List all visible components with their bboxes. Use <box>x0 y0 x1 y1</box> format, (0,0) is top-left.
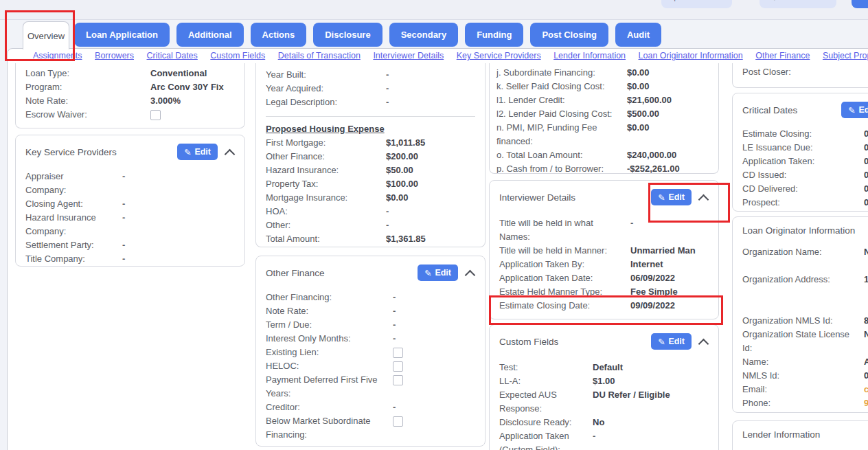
field-label: Other: <box>266 218 386 232</box>
field-row: Title will be held in what Names: - <box>499 216 709 244</box>
checkbox[interactable] <box>393 416 403 427</box>
section-link[interactable]: Critical Dates <box>147 51 198 60</box>
chevron-up-icon[interactable] <box>225 148 236 159</box>
checkbox[interactable] <box>393 361 403 372</box>
section-link[interactable]: Loan Originator Information <box>639 51 743 60</box>
field-label: Estate Held Manner Type: <box>499 285 630 299</box>
edit-button[interactable]: ✎ Edit <box>651 333 692 350</box>
tab-item[interactable]: Disclosure <box>313 23 382 47</box>
field-value: 06/09/2022 <box>630 271 675 285</box>
section-link[interactable]: Borrowers <box>95 51 134 60</box>
field-value: A <box>864 355 868 369</box>
field-row: LL-A: $1.00 <box>499 374 709 388</box>
field-row: Note Rate: - <box>266 304 475 318</box>
section-link[interactable]: Custom Fields <box>210 51 265 60</box>
field-row: Title Company: - <box>25 252 235 266</box>
pencil-icon: ✎ <box>424 268 431 278</box>
field-label: HELOC: <box>266 359 393 373</box>
field-value: $0.00 <box>627 121 650 135</box>
card-title: Custom Fields <box>499 337 651 347</box>
section-link[interactable]: Details of Transaction <box>278 51 361 60</box>
field-row: Note Rate: 3.000% <box>25 94 235 108</box>
tasks-button[interactable]: ☰ Tasks <box>852 0 868 8</box>
field-row: l1. Lender Credit: $21,600.00 <box>496 93 711 107</box>
field-value: - <box>122 252 125 266</box>
get-price-button[interactable]: $ Get Price <box>661 0 732 8</box>
field-value: - <box>393 401 396 414</box>
actions-label: Actions <box>784 0 816 2</box>
field-value: Default <box>593 361 623 374</box>
edit-button[interactable]: ✎ Edit <box>841 102 868 118</box>
field-value: - <box>122 197 125 211</box>
field-value: Fee Simple <box>630 285 678 299</box>
field-value: $1,361.85 <box>386 232 426 246</box>
field-label: Organization Address: <box>742 273 864 314</box>
edit-button[interactable]: ✎ Edit <box>177 144 218 160</box>
field-label: HOA: <box>266 205 386 218</box>
checkbox[interactable] <box>393 348 403 358</box>
field-row: Below Market Subordinate Financing: <box>266 414 475 442</box>
checkbox[interactable] <box>393 375 403 385</box>
edit-button[interactable]: ✎ Edit <box>418 265 458 281</box>
tab-item[interactable]: Loan Application <box>74 23 170 47</box>
field-row: Existing Lien: <box>266 346 475 359</box>
tab-item[interactable]: Actions <box>251 23 307 47</box>
field-row: Loan Type: Conventional <box>25 67 235 80</box>
tab-item[interactable]: Secondary <box>389 23 458 47</box>
field-value: No <box>593 416 604 429</box>
field-label: LE Issuance Due: <box>742 141 864 155</box>
checkbox[interactable] <box>150 110 161 120</box>
card-lender-information: Lender Information <box>732 420 868 450</box>
tab-overview[interactable]: Overview <box>23 21 69 49</box>
field-row: Legal Description: - <box>266 95 475 109</box>
field-row: HELOC: <box>266 359 475 373</box>
field-label: Title Company: <box>25 252 122 266</box>
tab-item[interactable]: Additional <box>176 23 244 47</box>
card-title: Key Service Providers <box>25 147 177 157</box>
field-row: Prospect: 0 <box>742 196 868 210</box>
section-link[interactable]: Other Finance <box>755 51 810 60</box>
tab-item[interactable]: Funding <box>465 23 523 47</box>
actions-button[interactable]: ⚙ Actions ▾ <box>760 0 836 8</box>
section-link[interactable]: Assignments <box>33 51 82 60</box>
field-row: Organization State License Id: N <box>742 328 868 355</box>
field-label: Legal Description: <box>266 95 386 109</box>
field-value: $1.00 <box>593 374 615 388</box>
field-label: Settlement Party: <box>25 238 122 252</box>
pencil-icon: ✎ <box>658 337 665 347</box>
field-label: Note Rate: <box>266 304 393 318</box>
chevron-up-icon[interactable] <box>698 338 709 349</box>
field-value: - <box>386 82 389 95</box>
field-row: Year Acquired: - <box>266 82 475 95</box>
field-value: $100.00 <box>386 177 418 191</box>
field-label: CD Issued: <box>742 168 864 182</box>
field-value: - <box>393 304 396 318</box>
card-title: Critical Dates <box>742 105 841 115</box>
tab-item[interactable]: Audit <box>615 23 661 47</box>
card-other-finance: Other Finance ✎ Edit Other Financing: - … <box>255 256 486 447</box>
section-link[interactable]: Interviewer Details <box>373 51 444 60</box>
field-label: Mortgage Insurance: <box>266 191 386 205</box>
field-row: Application Taken: 0 <box>742 155 868 168</box>
section-link[interactable]: Subject Property <box>823 51 868 60</box>
field-label: Organization State License Id: <box>742 328 864 355</box>
tab-item[interactable]: Post Closing <box>530 23 608 47</box>
edit-button[interactable]: ✎ Edit <box>651 189 692 205</box>
field-row: Application Taken (Custom Field): - <box>499 429 709 450</box>
field-label: Appraiser Company: <box>25 170 122 197</box>
field-value: - <box>386 68 389 82</box>
field-label: Year Built: <box>266 68 386 82</box>
field-value: Unmarried Man <box>630 244 696 258</box>
section-link[interactable]: Lender Information <box>553 51 626 60</box>
field-row: Test: Default <box>499 361 709 374</box>
section-link[interactable]: Key Service Providers <box>457 51 541 60</box>
field-label: Name: <box>742 355 864 369</box>
field-value: - <box>593 429 595 443</box>
dollar-icon: $ <box>672 0 677 2</box>
chevron-up-icon[interactable] <box>698 194 709 205</box>
chevron-up-icon[interactable] <box>465 269 476 280</box>
field-value: N <box>864 328 868 341</box>
field-value: $50.00 <box>386 164 413 177</box>
field-value: $500.00 <box>627 107 659 121</box>
field-value: - <box>386 205 389 218</box>
